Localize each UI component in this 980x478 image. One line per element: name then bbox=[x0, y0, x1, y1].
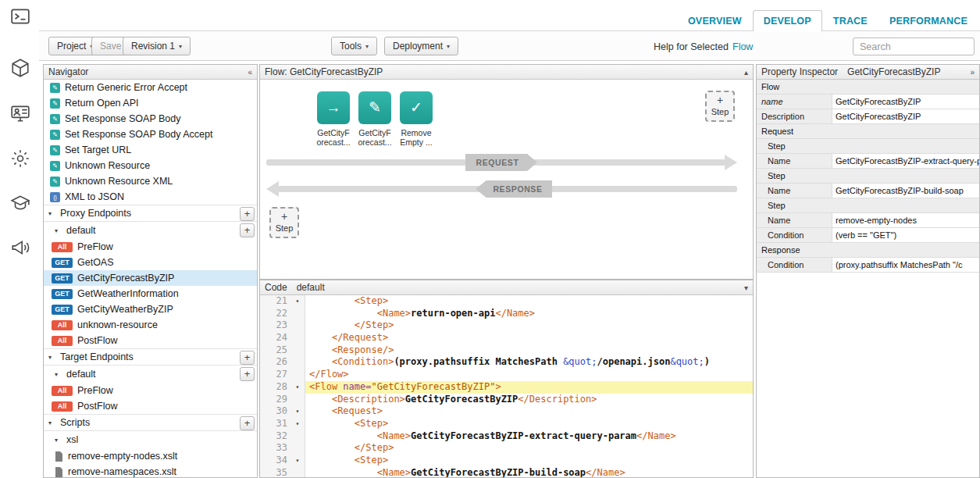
flow-item-unknown-resource[interactable]: Allunknown-resource bbox=[44, 317, 257, 333]
inspector-value[interactable]: (proxy.pathsuffix MatchesPath "/c bbox=[832, 258, 979, 272]
policy-item[interactable]: ✎Set Response SOAP Body Accept bbox=[44, 127, 257, 142]
code-file-name[interactable]: default bbox=[297, 282, 325, 293]
add-proxy-endpoint-button[interactable]: + bbox=[240, 207, 255, 221]
policy-item[interactable]: ✎Unknown Resource XML bbox=[44, 173, 257, 189]
method-badge: All bbox=[52, 401, 73, 412]
inspector-value[interactable]: GetCityForecastByZIP bbox=[832, 109, 979, 123]
flow-item-getoas[interactable]: GETGetOAS bbox=[44, 255, 257, 270]
plus-icon: + bbox=[271, 211, 298, 222]
group-target-default[interactable]: ▾ default + bbox=[44, 366, 257, 383]
code-line[interactable]: 35 <Name>GetCityForecastByZIP-build-soap… bbox=[260, 467, 753, 477]
policy-item[interactable]: ✎Set Response SOAP Body bbox=[44, 111, 257, 127]
flow-item-preflow[interactable]: AllPreFlow bbox=[44, 239, 257, 255]
target-flow-list: AllPreFlowAllPostFlow bbox=[44, 383, 257, 414]
learn-graduation-cap-icon[interactable] bbox=[10, 193, 30, 213]
code-line[interactable]: 32 <Name>GetCityForecastByZIP-extract-qu… bbox=[260, 430, 753, 443]
inspector-value[interactable]: GetCityForecastByZIP-build-soap bbox=[832, 184, 979, 198]
script-file-item[interactable]: remove-namespaces.xslt bbox=[44, 464, 257, 478]
deployment-menu-button[interactable]: Deployment▾ bbox=[384, 37, 458, 55]
request-label[interactable]: REQUEST bbox=[465, 154, 537, 171]
request-flow-band: REQUEST bbox=[266, 154, 737, 171]
code-line[interactable]: 26 <Condition>(proxy.pathsuffix MatchesP… bbox=[260, 356, 753, 369]
policy-item[interactable]: ✎Set Target URL bbox=[44, 142, 257, 158]
inspector-key: Name bbox=[757, 154, 832, 168]
code-line[interactable]: 23 </Step> bbox=[260, 319, 753, 332]
code-line[interactable]: 22 <Name>return-open-api</Name> bbox=[260, 308, 753, 320]
add-script-button[interactable]: + bbox=[240, 416, 255, 430]
flow-step[interactable]: ✓RemoveEmpty ... bbox=[397, 91, 435, 147]
fold-caret-icon[interactable]: ▾ bbox=[290, 295, 305, 308]
group-xsl[interactable]: ▾ xsl bbox=[44, 431, 257, 448]
fold-caret-icon[interactable]: ▾ bbox=[290, 405, 305, 418]
code-line[interactable]: 34▾ <Step> bbox=[260, 455, 753, 467]
tab-develop[interactable]: DEVELOP bbox=[753, 10, 822, 31]
add-step-button-bottom[interactable]: + Step bbox=[269, 207, 299, 238]
flow-item-postflow[interactable]: AllPostFlow bbox=[44, 333, 257, 348]
code-line[interactable]: 27</Flow> bbox=[260, 369, 753, 381]
script-file-item[interactable]: remove-empty-nodes.xslt bbox=[44, 448, 257, 464]
code-line[interactable]: 31▾ <Step> bbox=[260, 418, 753, 430]
code-line[interactable]: 25 <Response/> bbox=[260, 344, 753, 357]
tools-menu-button[interactable]: Tools▾ bbox=[331, 37, 377, 55]
inspector-rows: FlownameGetCityForecastByZIPDescriptionG… bbox=[757, 80, 979, 273]
flow-step[interactable]: ✎GetCityForecast... bbox=[356, 91, 394, 147]
inspector-value[interactable]: GetCityForecastByZIP bbox=[832, 95, 979, 109]
support-megaphone-icon[interactable] bbox=[10, 237, 30, 258]
code-line[interactable]: 33 </Step> bbox=[260, 442, 753, 455]
collapse-flow-panel-icon[interactable]: ▴ bbox=[744, 68, 748, 77]
section-scripts[interactable]: ▾ Scripts + bbox=[44, 414, 257, 431]
add-target-flow-button[interactable]: + bbox=[240, 367, 255, 381]
flow-item-getcityforecastbyzip[interactable]: GETGetCityForecastByZIP bbox=[44, 270, 257, 286]
response-label[interactable]: RESPONSE bbox=[476, 180, 552, 198]
terminal-icon[interactable] bbox=[10, 6, 30, 27]
code-editor[interactable]: 21▾ <Step>22 <Name>return-open-api</Name… bbox=[260, 295, 753, 477]
api-proxies-box-icon[interactable] bbox=[10, 58, 30, 78]
script-file-list: remove-empty-nodes.xsltremove-namespaces… bbox=[44, 448, 257, 478]
tab-trace[interactable]: TRACE bbox=[822, 10, 878, 31]
section-target-endpoints[interactable]: ▾ Target Endpoints + bbox=[44, 348, 257, 366]
code-line[interactable]: 24 </Request> bbox=[260, 332, 753, 344]
fold-caret-icon[interactable]: ▾ bbox=[290, 455, 305, 467]
group-proxy-default[interactable]: ▾ default + bbox=[44, 222, 257, 239]
flow-item-postflow[interactable]: AllPostFlow bbox=[44, 398, 257, 414]
admin-gear-icon[interactable] bbox=[10, 148, 30, 169]
collapse-navigator-icon[interactable]: « bbox=[248, 68, 252, 77]
add-proxy-flow-button[interactable]: + bbox=[240, 223, 255, 237]
section-proxy-endpoints[interactable]: ▾ Proxy Endpoints + bbox=[44, 205, 257, 222]
publish-portal-icon[interactable] bbox=[10, 103, 30, 123]
search-input[interactable] bbox=[853, 37, 975, 55]
help-flow-link[interactable]: Flow bbox=[732, 41, 753, 52]
expand-inspector-icon[interactable]: » bbox=[970, 68, 975, 77]
code-line[interactable]: 21▾ <Step> bbox=[260, 295, 753, 308]
inspector-row: NameGetCityForecastByZIP-extract-query-p… bbox=[757, 154, 979, 169]
add-target-endpoint-button[interactable]: + bbox=[240, 351, 255, 365]
policy-item[interactable]: ✎Return Generic Error Accept bbox=[44, 80, 257, 95]
flow-item-getweatherinformation[interactable]: GETGetWeatherInformation bbox=[44, 286, 257, 301]
code-line[interactable]: 30▾ <Request> bbox=[260, 405, 753, 418]
code-line[interactable]: 28▾<Flow name="GetCityForecastByZIP"> bbox=[260, 381, 753, 394]
code-text: <Name>GetCityForecastByZIP-build-soap</N… bbox=[305, 467, 753, 477]
policy-item[interactable]: ✎Return Open API bbox=[44, 95, 257, 111]
add-step-button-top[interactable]: + Step bbox=[705, 91, 735, 122]
flow-item-preflow[interactable]: AllPreFlow bbox=[44, 383, 257, 398]
tab-overview[interactable]: OVERVIEW bbox=[677, 10, 753, 31]
line-number: 30 bbox=[260, 405, 290, 418]
step-label: GetCityForecast... bbox=[356, 128, 394, 147]
policy-item[interactable]: ✎Unknown Resource bbox=[44, 158, 257, 173]
tab-performance[interactable]: PERFORMANCE bbox=[878, 10, 978, 31]
flow-item-getcityweatherbyzip[interactable]: GETGetCityWeatherByZIP bbox=[44, 301, 257, 317]
policy-label: Return Open API bbox=[65, 98, 139, 109]
flow-step[interactable]: →GetCityForecast... bbox=[315, 91, 352, 147]
fold-caret-icon[interactable]: ▾ bbox=[290, 418, 305, 430]
policy-label: Unknown Resource bbox=[65, 160, 150, 171]
code-line[interactable]: 29 <Description>GetCityForecastByZIP</De… bbox=[260, 394, 753, 406]
revision-menu-button[interactable]: Revision 1▾ bbox=[123, 37, 191, 55]
code-panel: Code default ▾ 21▾ <Step>22 <Name>return… bbox=[259, 280, 754, 478]
expand-code-panel-icon[interactable]: ▾ bbox=[744, 284, 748, 292]
fold-caret-icon[interactable]: ▾ bbox=[290, 381, 305, 394]
inspector-value[interactable]: remove-empty-nodes bbox=[832, 213, 979, 227]
inspector-value[interactable]: GetCityForecastByZIP-extract-query-param bbox=[832, 154, 979, 168]
code-text: <Name>return-open-api</Name> bbox=[305, 308, 753, 320]
policy-item[interactable]: {}XML to JSON bbox=[44, 189, 257, 205]
inspector-value[interactable]: (verb == "GET") bbox=[832, 228, 979, 242]
